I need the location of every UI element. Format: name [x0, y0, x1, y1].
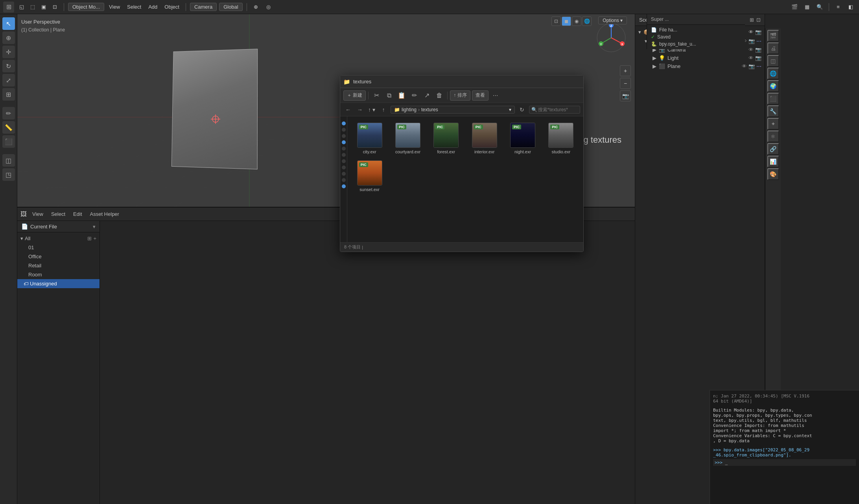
scene-props-icon[interactable]: 🌐 [767, 68, 779, 79]
plane-cam[interactable]: 📷 [748, 63, 755, 69]
file-studio[interactable]: PIC studio.exr [544, 121, 579, 156]
edit-btn[interactable]: Edit [71, 210, 84, 218]
render-icon[interactable]: 🎬 [789, 2, 800, 12]
view-btn[interactable]: View [30, 210, 46, 218]
icon-btn-3[interactable]: ▣ [39, 2, 49, 12]
object-menu[interactable]: Object [162, 3, 182, 11]
inset-tool[interactable]: ◳ [2, 168, 15, 181]
snap-icon[interactable]: ⊕ [251, 2, 261, 12]
tree-all[interactable]: ▾ All ⊞ + [17, 234, 100, 243]
zoom-out-btn[interactable]: − [620, 78, 631, 89]
fm-back-btn[interactable]: ← [343, 105, 353, 114]
fm-view-btn[interactable]: 查看 [472, 90, 488, 101]
col-cam[interactable]: 📷 [748, 38, 755, 44]
fm-up-btn[interactable]: ↑ ▾ [367, 105, 376, 114]
fm-share-icon[interactable]: ↗ [421, 90, 432, 101]
data-props-icon[interactable]: 📊 [767, 156, 779, 167]
move-tool[interactable]: ✛ [2, 46, 15, 58]
current-file-dropdown[interactable]: ▾ [93, 224, 96, 230]
output-props-icon[interactable]: 🖨 [767, 42, 779, 54]
mode-dropdown[interactable]: Object Mo... [68, 3, 104, 11]
path-dropdown-icon[interactable]: ▾ [509, 107, 511, 112]
world-props-icon[interactable]: 🌍 [767, 80, 779, 92]
fm-sort-btn[interactable]: ↑ 排序 [450, 90, 470, 101]
global-dropdown[interactable]: Global [219, 3, 243, 11]
particles-icon[interactable]: ✦ [767, 118, 779, 130]
tree-item-unassigned[interactable]: 🏷 Unassigned [17, 279, 100, 288]
tree-item-room[interactable]: Room [17, 270, 100, 279]
fm-new-btn[interactable]: ＋ 新建 [343, 90, 366, 101]
zoom-in-btn[interactable]: + [620, 65, 631, 76]
view-layer-icon[interactable]: ◫ [767, 55, 779, 67]
fm-rename-icon[interactable]: ✏ [409, 90, 420, 101]
fm-forward-btn[interactable]: → [355, 105, 365, 114]
icon-btn-2[interactable]: ⬚ [28, 2, 38, 12]
constraints-icon[interactable]: 🔗 [767, 143, 779, 155]
search-icon[interactable]: 🔍 [815, 2, 825, 12]
tree-item-01[interactable]: 01 [17, 243, 100, 252]
plane-eye[interactable]: 👁 [742, 63, 747, 69]
add-menu[interactable]: Add [146, 3, 160, 11]
options-btn[interactable]: Options ▾ [598, 17, 627, 24]
file-night[interactable]: PIC night.exr [505, 121, 540, 156]
measure-tool[interactable]: 📏 [2, 121, 15, 134]
eye-icon[interactable]: 👁 [748, 29, 754, 35]
material-btn[interactable]: ◉ [572, 17, 581, 26]
axis-gizmo[interactable]: Z X Y [595, 22, 627, 53]
icon-btn-1[interactable]: ◱ [17, 2, 27, 12]
obj-props-icon[interactable]: ⬛ [767, 93, 779, 105]
tree-add-icon[interactable]: + [93, 235, 96, 241]
cam-eye[interactable]: 👁 [748, 47, 754, 53]
file-forest[interactable]: PIC forest.exr [429, 121, 464, 156]
annotate-tool[interactable]: ✏ [2, 107, 15, 120]
cam-icon[interactable]: 📷 [755, 29, 761, 35]
material-props-icon[interactable]: 🎨 [767, 168, 779, 180]
add-cube-tool[interactable]: ⬛ [2, 135, 15, 148]
solid-btn active[interactable]: ◼ [562, 17, 571, 26]
viewport-options-btn[interactable]: Options ▾ [598, 17, 627, 24]
tree-item-office[interactable]: Office [17, 252, 100, 261]
camera-dropdown[interactable]: Camera [190, 3, 217, 11]
file-sunset[interactable]: PIC sunset.exr [352, 159, 387, 193]
icon-btn-4[interactable]: ⊡ [50, 2, 60, 12]
rotate-tool[interactable]: ↻ [2, 60, 15, 72]
physics-icon[interactable]: ⚛ [767, 131, 779, 142]
tree-expand-icon[interactable]: ⊞ [87, 235, 92, 241]
right-panel-2[interactable]: ◧ [846, 2, 856, 12]
cursor-tool[interactable]: ⊕ [2, 31, 15, 44]
proportional-icon[interactable]: ◎ [264, 2, 274, 12]
tree-item-retail[interactable]: Retail [17, 261, 100, 270]
modifier-props-icon[interactable]: 🔧 [767, 105, 779, 117]
extrude-tool[interactable]: ◫ [2, 154, 15, 167]
transform-tool[interactable]: ⊞ [2, 88, 15, 101]
select-tool[interactable]: ↖ [2, 17, 15, 30]
cam-cam2[interactable]: 📷 [755, 47, 761, 53]
plane-dots[interactable]: ⋯ [756, 63, 761, 69]
select-menu[interactable]: Select [125, 3, 144, 11]
asset-helper-btn[interactable]: Asset Helper [88, 210, 122, 218]
fm-paste-icon[interactable]: 📋 [396, 90, 407, 101]
light-eye[interactable]: 👁 [748, 55, 754, 61]
file-courtyard[interactable]: PIC courtyard.exr [390, 121, 425, 156]
render-props-icon[interactable]: 🎬 [767, 30, 779, 42]
filter-icon[interactable]: ⊞ [750, 17, 754, 23]
view-menu[interactable]: View [107, 3, 122, 11]
light-cam[interactable]: 📷 [755, 55, 761, 61]
sort-icon[interactable]: ⊡ [756, 17, 761, 23]
render-preview-btn[interactable]: 🌐 [582, 17, 592, 26]
console-input[interactable]: >>> _ [713, 459, 856, 466]
col-dots[interactable]: ⋯ [756, 38, 761, 44]
fm-delete-icon[interactable]: 🗑 [434, 90, 445, 101]
file-city[interactable]: PIC city.exr [352, 121, 387, 156]
fm-more-btn[interactable]: ··· [490, 90, 501, 101]
fm-refresh-btn[interactable]: ↻ [517, 105, 527, 114]
scale-tool[interactable]: ⤢ [2, 74, 15, 86]
fm-copy-icon[interactable]: ⧉ [383, 90, 394, 101]
wireframe-btn[interactable]: ⊡ [551, 17, 561, 26]
editor-type-icon[interactable]: ▦ [802, 2, 812, 12]
select-btn[interactable]: Select [49, 210, 68, 218]
file-interior[interactable]: PIC interior.exr [467, 121, 502, 156]
right-panel-1[interactable]: ≡ [833, 2, 843, 12]
camera-view-btn[interactable]: 📷 [620, 90, 631, 101]
fm-parent-up-btn[interactable]: ↑ [379, 105, 388, 114]
